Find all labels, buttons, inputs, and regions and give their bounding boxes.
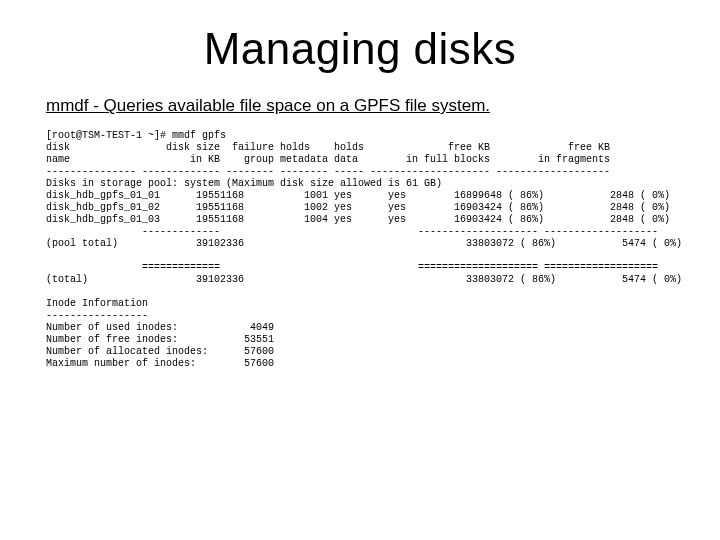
inode-row: Number of used inodes: 4049 — [46, 322, 274, 333]
table-row: disk_hdb_gpfs_01_02 19551168 1002 yes ye… — [46, 202, 670, 213]
blank-line — [46, 286, 52, 297]
slide: Managing disks mmdf - Queries available … — [0, 0, 720, 540]
inode-row: Number of allocated inodes: 57600 — [46, 346, 274, 357]
separator: ============= ==================== =====… — [46, 262, 658, 273]
pool-label: Disks in storage pool: system (Maximum d… — [46, 178, 442, 189]
inode-row: Number of free inodes: 53551 — [46, 334, 274, 345]
separator: ------------- -------------------- -----… — [46, 226, 658, 237]
table-header-2: name in KB group metadata data in full b… — [46, 154, 610, 165]
table-row: disk_hdb_gpfs_01_01 19551168 1001 yes ye… — [46, 190, 670, 201]
inode-row: Maximum number of inodes: 57600 — [46, 358, 274, 369]
terminal-prompt: [root@TSM-TEST-1 ~]# mmdf gpfs — [46, 130, 226, 141]
total-row: (total) 39102336 33803072 ( 86%) 5474 ( … — [46, 274, 682, 285]
blank-line — [46, 250, 52, 261]
table-header-1: disk disk size failure holds holds free … — [46, 142, 610, 153]
terminal-output: [root@TSM-TEST-1 ~]# mmdf gpfs disk disk… — [46, 130, 674, 370]
pool-total-row: (pool total) 39102336 33803072 ( 86%) 54… — [46, 238, 682, 249]
table-row: disk_hdb_gpfs_01_03 19551168 1004 yes ye… — [46, 214, 670, 225]
page-title: Managing disks — [46, 24, 674, 74]
inode-header: Inode Information — [46, 298, 148, 309]
separator: ----------------- — [46, 310, 148, 321]
separator: --------------- ------------- -------- -… — [46, 166, 610, 177]
subtitle: mmdf - Queries available file space on a… — [46, 96, 674, 116]
